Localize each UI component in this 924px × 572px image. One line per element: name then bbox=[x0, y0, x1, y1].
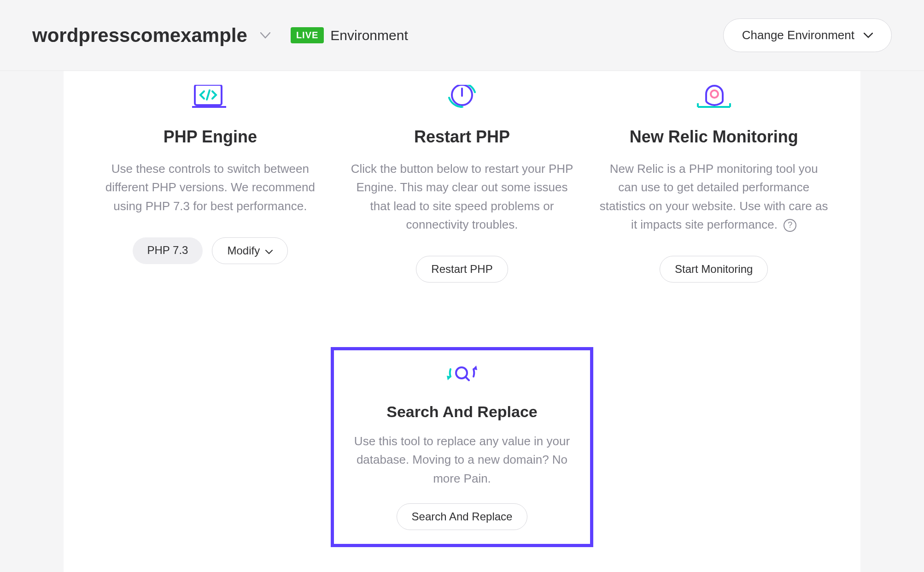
chevron-down-icon bbox=[864, 33, 873, 38]
chevron-down-icon bbox=[265, 244, 273, 257]
restart-php-title: Restart PHP bbox=[348, 127, 577, 147]
restart-php-button[interactable]: Restart PHP bbox=[416, 256, 508, 283]
new-relic-desc: New Relic is a PHP monitoring tool you c… bbox=[599, 159, 828, 234]
change-environment-label: Change Environment bbox=[742, 28, 854, 42]
php-engine-title: PHP Engine bbox=[96, 127, 325, 147]
new-relic-card: New Relic Monitoring New Relic is a PHP … bbox=[595, 71, 833, 283]
change-environment-button[interactable]: Change Environment bbox=[723, 18, 892, 52]
search-replace-highlight: Search And Replace Use this tool to repl… bbox=[331, 347, 593, 547]
search-replace-actions: Search And Replace bbox=[348, 503, 576, 530]
environment-label: Environment bbox=[330, 28, 408, 43]
restart-php-desc: Click the button below to restart your P… bbox=[348, 159, 577, 234]
new-relic-title: New Relic Monitoring bbox=[599, 127, 828, 147]
live-badge: LIVE bbox=[291, 27, 324, 43]
top-bar: wordpresscomexample LIVE Environment Cha… bbox=[0, 0, 924, 71]
help-icon[interactable]: ? bbox=[784, 219, 796, 232]
svg-line-1 bbox=[207, 90, 210, 100]
start-monitoring-button[interactable]: Start Monitoring bbox=[660, 256, 768, 283]
svg-point-5 bbox=[711, 90, 718, 98]
restart-php-card: Restart PHP Click the button below to re… bbox=[343, 71, 581, 283]
tools-row-2: Search And Replace Use this tool to repl… bbox=[91, 347, 833, 547]
php-engine-card: PHP Engine Use these controls to switch … bbox=[91, 71, 329, 283]
tools-panel: PHP Engine Use these controls to switch … bbox=[64, 71, 860, 572]
restart-php-actions: Restart PHP bbox=[348, 256, 577, 283]
new-relic-actions: Start Monitoring bbox=[599, 256, 828, 283]
tools-row-1: PHP Engine Use these controls to switch … bbox=[91, 71, 833, 283]
restart-php-button-label: Restart PHP bbox=[431, 263, 492, 276]
chevron-down-icon bbox=[260, 32, 270, 39]
site-name: wordpresscomexample bbox=[32, 24, 247, 47]
php-version-badge: PHP 7.3 bbox=[133, 237, 203, 264]
restart-php-icon bbox=[348, 71, 577, 108]
modify-label: Modify bbox=[227, 244, 260, 257]
site-selector[interactable]: wordpresscomexample bbox=[32, 24, 270, 47]
new-relic-icon bbox=[599, 71, 828, 108]
search-replace-desc: Use this tool to replace any value in yo… bbox=[348, 432, 576, 488]
php-engine-icon bbox=[96, 71, 325, 108]
svg-line-10 bbox=[466, 377, 469, 380]
search-replace-title: Search And Replace bbox=[348, 403, 576, 421]
php-engine-actions: PHP 7.3 Modify bbox=[96, 237, 325, 264]
search-replace-button-label: Search And Replace bbox=[412, 510, 513, 523]
start-monitoring-label: Start Monitoring bbox=[675, 263, 753, 276]
search-replace-icon bbox=[348, 357, 576, 389]
environment-indicator: LIVE Environment bbox=[291, 27, 408, 43]
search-replace-button[interactable]: Search And Replace bbox=[397, 503, 528, 530]
search-replace-card: Search And Replace Use this tool to repl… bbox=[348, 357, 576, 530]
php-engine-desc: Use these controls to switch between dif… bbox=[96, 159, 325, 215]
modify-button[interactable]: Modify bbox=[212, 237, 288, 264]
